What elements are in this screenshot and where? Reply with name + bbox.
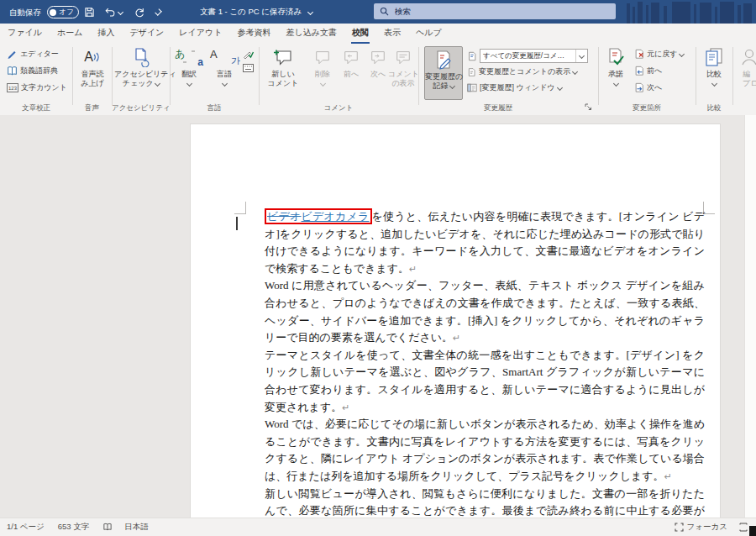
track-changes-chevron-icon <box>449 83 455 89</box>
delete-comment-button: 削除 <box>307 46 338 88</box>
accessibility-chevron-icon <box>155 81 160 87</box>
accept-change-icon <box>601 46 630 68</box>
focus-icon <box>675 523 684 532</box>
tab-layout[interactable]: レイアウト <box>171 27 229 44</box>
focus-mode-button[interactable]: フォーカス <box>675 522 727 533</box>
tab-references[interactable]: 参考資料 <box>230 27 279 44</box>
reject-change-button[interactable]: 元に戻す <box>634 49 684 60</box>
translate-glyph-b: a <box>197 56 203 68</box>
compare-chevron-icon <box>711 81 717 87</box>
reject-change-label: 元に戻す <box>647 49 677 60</box>
markup-combo-value: すべての変更履歴/コメ… <box>480 51 575 61</box>
read-aloud-letter: A <box>84 50 93 65</box>
previous-change-button[interactable]: 前へ <box>634 66 662 76</box>
group-label-language: 言語 <box>170 103 259 113</box>
tab-insert[interactable]: 挿入 <box>90 27 122 44</box>
read-mode-button-partial[interactable] <box>739 523 748 532</box>
crop-mark-top-left-h <box>234 213 246 214</box>
accessibility-label-2: チェック <box>123 79 154 87</box>
autosave-label: 自動保存 <box>9 8 41 18</box>
language-status[interactable]: 日本語 <box>124 522 149 533</box>
proofing-status-button[interactable] <box>102 523 113 532</box>
compare-label: 比較 <box>699 70 729 79</box>
paragraph-mark: ↵ <box>453 333 460 343</box>
reviewing-pane-icon <box>467 83 477 92</box>
reject-change-icon <box>634 49 644 60</box>
search-box[interactable] <box>374 3 616 19</box>
tab-help[interactable]: ヘルプ <box>408 27 449 44</box>
tab-design[interactable]: デザイン <box>122 27 171 44</box>
group-label-tracking: 変更履歴 <box>418 103 578 113</box>
markup-combo-field[interactable]: すべての変更履歴/コメ… <box>480 49 588 63</box>
undo-dropdown-chevron-icon <box>118 8 123 14</box>
tab-home[interactable]: ホーム <box>50 27 90 44</box>
word-registration-button[interactable] <box>243 49 254 59</box>
previous-comment-icon <box>338 46 365 68</box>
document-page[interactable]: ビデオビデオカメラを使うと、伝えたい内容を明確に表現できます。[オンライン ビデ… <box>191 124 720 518</box>
page-count[interactable]: 1/1 ページ <box>7 522 45 533</box>
editor-label: エディター <box>20 49 59 60</box>
proofing-book-icon <box>102 523 113 532</box>
accept-change-button[interactable]: 承諾 <box>601 46 630 88</box>
language-button[interactable]: A 가 言語 <box>208 46 240 88</box>
status-bar: 1/1 ページ 653 文字 日本語 フォーカス <box>0 518 756 536</box>
save-button[interactable] <box>84 5 95 18</box>
thesaurus-button[interactable]: 類義語辞典 <box>7 66 58 76</box>
tab-file[interactable]: ファイル <box>0 27 50 44</box>
search-icon <box>380 7 389 16</box>
read-aloud-button[interactable]: A 音声読 み上げ <box>75 46 110 88</box>
sound-waves-icon <box>93 50 101 64</box>
show-comments-icon <box>388 46 418 68</box>
paragraph-2-text: Word に用意されているヘッダー、フッター、表紙、テキスト ボックス デザイン… <box>265 279 705 344</box>
show-markup-label: 変更履歴とコメントの表示 <box>479 66 570 77</box>
track-changes-label-1: 変更履歴の <box>425 72 462 81</box>
document-canvas: ビデオビデオカメラを使うと、伝えたい内容を明確に表現できます。[オンライン ビデ… <box>0 115 756 518</box>
editor-button[interactable]: エディター <box>7 49 59 60</box>
person-icon <box>738 46 756 68</box>
tab-mailings[interactable]: 差し込み文書 <box>279 27 344 44</box>
thesaurus-label: 類義語辞典 <box>20 66 58 76</box>
word-count-button[interactable]: 123 文字カウント <box>7 82 67 93</box>
previous-comment-button: 前へ <box>338 46 365 79</box>
undo-button[interactable] <box>104 5 123 18</box>
group-label-compare: 比較 <box>696 103 732 113</box>
group-label-changes: 変更箇所 <box>598 103 696 113</box>
previous-change-label: 前へ <box>647 66 662 76</box>
track-changes-button[interactable]: 変更履歴の 記録 <box>424 46 463 100</box>
ime-keyboard-button[interactable] <box>243 64 254 72</box>
delete-chevron-icon <box>319 81 325 87</box>
show-markup-button[interactable]: 変更履歴とコメントの表示 <box>467 66 577 77</box>
next-change-button[interactable]: 次へ <box>634 82 662 93</box>
markup-combo-dropdown[interactable] <box>575 50 587 62</box>
read-aloud-label-1: 音声読 <box>75 70 110 79</box>
redo-button[interactable] <box>134 5 144 18</box>
tab-review[interactable]: 校閲 <box>344 27 376 44</box>
compare-button[interactable]: 比較 <box>699 46 729 88</box>
word-count-label: 文字カウント <box>21 82 67 93</box>
protect-label-1: 編 <box>738 70 756 79</box>
document-text[interactable]: ビデオビデオカメラを使うと、伝えたい内容を明確に表現できます。[オンライン ビデ… <box>265 208 705 518</box>
save-icon <box>84 7 95 18</box>
vertical-scrollbar[interactable] <box>744 115 756 518</box>
ribbon: エディター 類義語辞典 123 文字カウント 文章校正 A 音声読 み上げ 音声… <box>0 44 756 116</box>
quick-access-customize-button[interactable] <box>156 5 160 18</box>
translate-button[interactable]: あ a 翻訳 <box>173 46 205 88</box>
markup-options-combobox[interactable]: すべての変更履歴/コメ… <box>467 49 588 63</box>
autosave-toggle[interactable]: オフ <box>47 6 79 18</box>
paragraph-mark: ↵ <box>342 402 349 413</box>
markup-doc-icon <box>467 51 477 61</box>
accessibility-check-button[interactable]: アクセシビリティ チェック <box>114 46 168 88</box>
tab-view[interactable]: 表示 <box>376 27 408 44</box>
read-aloud-icon: A <box>75 46 110 68</box>
track-changes-label-2: 記録 <box>433 81 448 90</box>
search-input[interactable] <box>393 6 598 17</box>
dialog-launcher-icon <box>585 103 592 111</box>
new-comment-button[interactable]: 新しい コメント <box>264 46 302 88</box>
word-count[interactable]: 653 文字 <box>58 522 90 533</box>
paragraph-2: Word に用意されているヘッダー、フッター、表紙、テキスト ボックス デザイン… <box>265 277 705 346</box>
paragraph-5-text: 新しい閲覧ビューが導入され、閲覧もさらに便利になりました。文書の一部を折りたたん… <box>265 487 705 519</box>
pen-check-icon <box>243 49 254 59</box>
tracking-dialog-launcher[interactable] <box>585 103 592 113</box>
reviewing-pane-button[interactable]: [変更履歴] ウィンドウ <box>467 82 562 93</box>
document-title[interactable]: 文書 1 - この PC に保存済み <box>200 7 312 18</box>
